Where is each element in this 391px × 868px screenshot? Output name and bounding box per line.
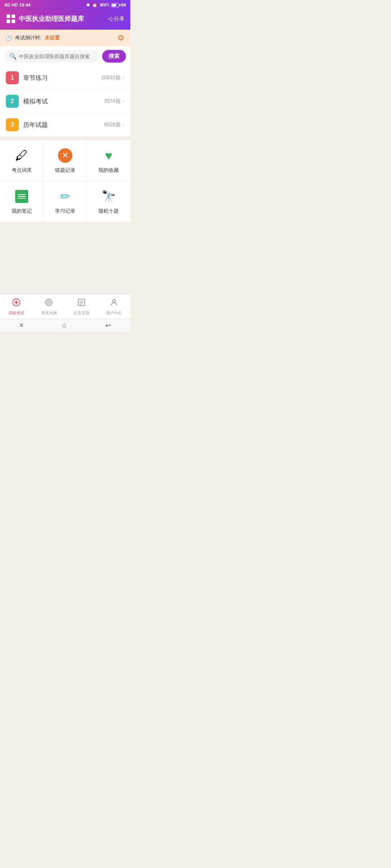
grid-cell-biji[interactable]: 我的笔记 [0,181,43,222]
status-bar: 4G HD 19:44 ✱ ⏰ WiFi 69 [0,0,130,10]
list-name-chapter: 章节练习 [23,74,101,82]
kaodian-label: 考点词库 [12,167,32,174]
countdown-label: 考试倒计时: [15,35,42,41]
signal-indicator: 4G [4,3,10,8]
settings-button[interactable]: ⚙ [117,33,125,43]
nav-label-user: 用户中心 [106,310,122,316]
chevron-icon-2: › [123,98,125,105]
countdown-left: 🕐 考试倒计时: 未设置 [6,35,60,41]
search-input-wrap: 🔍 [4,50,99,63]
list-item-history[interactable]: 3 历年试题 6628题 › [0,113,130,137]
status-left: 4G HD 19:44 [4,3,30,8]
nav-item-user[interactable]: 用户中心 [98,294,130,319]
list-num-2: 2 [6,95,19,108]
list-item-mock[interactable]: 2 模拟考试 3574题 › [0,90,130,113]
battery-level: 69 [121,3,126,8]
list-name-mock: 模拟考试 [23,97,104,106]
grid-cell-cuoti[interactable]: ✕ 错题记录 [43,140,87,181]
share-label: 分享 [114,16,125,22]
grid-logo-svg [6,14,16,24]
list-item-chapter[interactable]: 1 章节练习 20832题 › [0,66,130,90]
system-nav-bar: ≡ ⌂ ↩ [0,319,130,332]
pen-icon: ✏ [60,189,70,204]
search-button[interactable]: 搜索 [102,50,126,63]
home-nav-icon [12,298,21,309]
shoucang-icon-wrap: ♥ [101,148,117,163]
list-num-1: 1 [6,71,19,84]
xuexi-icon-wrap: ✏ [57,188,73,204]
xuexi-label: 学习记录 [55,208,75,214]
countdown-value: 未设置 [45,35,60,41]
time-display: 19:44 [19,3,30,8]
status-right: ✱ ⏰ WiFi 69 [86,3,126,8]
search-input[interactable] [19,54,94,59]
list-name-history: 历年试题 [23,121,104,129]
svg-point-5 [15,301,17,303]
app-logo-icon [6,14,16,24]
header-title-group: 中医执业助理医师题库 [6,14,84,24]
home-button[interactable]: ⌂ [62,322,66,329]
svg-rect-3 [12,20,15,23]
empty-content-area [0,222,130,294]
user-nav-icon [110,298,118,309]
wifi-icon: WiFi [100,3,109,8]
nav-label-outline: 考试大纲 [41,310,57,316]
feature-grid: 🖊 考点词库 ✕ 错题记录 ♥ 我的收藏 我的笔记 ✏ 学习记录 [0,140,130,222]
list-count-mock: 3574题 [104,98,121,105]
bluetooth-icon: ✱ [86,3,90,8]
suiji-label: 随机十题 [98,208,119,214]
menu-button[interactable]: ≡ [20,322,24,329]
svg-rect-0 [7,14,10,18]
binoculars-icon: 🔭 [101,190,116,203]
countdown-bar: 🕐 考试倒计时: 未设置 ⚙ [0,30,130,46]
grid-cell-suiji[interactable]: 🔭 随机十题 [87,181,130,222]
biji-label: 我的笔记 [12,208,32,214]
target-nav-icon [45,298,53,309]
heart-icon: ♥ [105,149,112,163]
battery-icon [111,3,119,7]
list-section: 1 章节练习 20832题 › 2 模拟考试 3574题 › 3 历年试题 66… [0,66,130,137]
suiji-icon-wrap: 🔭 [101,188,117,204]
book-nav-icon [77,298,86,309]
pencil-icon: 🖊 [15,148,28,163]
nav-label-treasure: 过关宝箱 [73,310,89,316]
bottom-nav: 训练考试 考试大纲 过关宝箱 [0,294,130,319]
list-count-chapter: 20832题 [101,75,121,81]
biji-icon-wrap [14,188,30,204]
search-container: 🔍 搜索 [0,46,130,66]
chevron-icon-1: › [123,75,125,81]
grid-cell-xuexi[interactable]: ✏ 学习记录 [43,181,87,222]
svg-rect-1 [12,14,15,18]
share-button[interactable]: ◁ 分享 [108,16,125,22]
nav-label-train: 训练考试 [8,310,24,316]
nav-item-outline[interactable]: 考试大纲 [33,294,65,319]
search-icon: 🔍 [9,53,17,60]
list-count-history: 6628题 [104,122,121,128]
shoucang-label: 我的收藏 [98,167,119,174]
nav-item-treasure[interactable]: 过关宝箱 [65,294,98,319]
svg-rect-13 [78,299,85,306]
cuoti-label: 错题记录 [55,167,75,174]
hd-indicator: HD [12,3,18,8]
grid-cell-kaodian[interactable]: 🖊 考点词库 [0,140,43,181]
gear-icon: ⚙ [117,33,125,42]
svg-point-8 [48,302,50,303]
app-header: 中医执业助理医师题库 ◁ 分享 [0,10,130,30]
svg-rect-2 [7,20,10,23]
grid-cell-shoucang[interactable]: ♥ 我的收藏 [87,140,130,181]
circle-x-icon: ✕ [58,148,72,163]
back-button[interactable]: ↩ [105,322,111,329]
clock-icon: 🕐 [6,35,12,41]
chevron-icon-3: › [123,122,125,128]
cuoti-icon-wrap: ✕ [57,148,73,163]
kaodian-icon-wrap: 🖊 [14,148,30,163]
app-title: 中医执业助理医师题库 [19,14,84,23]
share-icon: ◁ [108,16,112,22]
alarm-icon: ⏰ [92,3,97,8]
list-num-3: 3 [6,118,19,131]
notes-icon [15,190,28,203]
nav-item-train[interactable]: 训练考试 [0,294,33,319]
svg-point-17 [113,299,115,302]
